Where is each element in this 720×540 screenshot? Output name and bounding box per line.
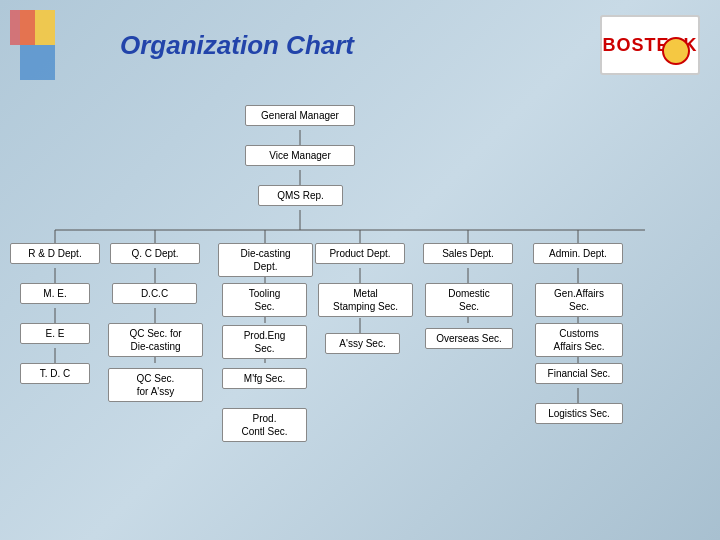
admin-dept-label: Admin. Dept.	[549, 248, 607, 259]
vice-manager-label: Vice Manager	[269, 150, 331, 161]
ee-box: E. E	[20, 323, 90, 344]
qc-sec-assy-box: QC Sec. for A'ssy	[108, 368, 203, 402]
qms-rep-box: QMS Rep.	[258, 185, 343, 206]
sales-dept-label: Sales Dept.	[442, 248, 494, 259]
general-manager-box: General Manager	[245, 105, 355, 126]
metal-stamping-sec-box: Metal Stamping Sec.	[318, 283, 413, 317]
vice-manager-box: Vice Manager	[245, 145, 355, 166]
qc-dept-box: Q. C Dept.	[110, 243, 200, 264]
prod-eng-sec-box: Prod.Eng Sec.	[222, 325, 307, 359]
sales-dept-box: Sales Dept.	[423, 243, 513, 264]
prod-contl-sec-label: Prod. Contl Sec.	[241, 413, 287, 437]
me-label: M. E.	[43, 288, 66, 299]
logistics-sec-label: Logistics Sec.	[548, 408, 610, 419]
financial-sec-label: Financial Sec.	[548, 368, 611, 379]
domestic-sec-box: Domestic Sec.	[425, 283, 513, 317]
qc-dept-label: Q. C Dept.	[131, 248, 178, 259]
rd-dept-label: R & D Dept.	[28, 248, 81, 259]
logo-circle	[662, 37, 690, 65]
org-connectors	[0, 100, 720, 540]
prod-eng-sec-label: Prod.Eng Sec.	[244, 330, 286, 354]
financial-sec-box: Financial Sec.	[535, 363, 623, 384]
overseas-sec-label: Overseas Sec.	[436, 333, 502, 344]
me-box: M. E.	[20, 283, 90, 304]
gen-affairs-sec-label: Gen.Affairs Sec.	[554, 288, 604, 312]
customs-affairs-sec-label: Customs Affairs Sec.	[554, 328, 605, 352]
diecasting-dept-box: Die-casting Dept.	[218, 243, 313, 277]
rd-dept-box: R & D Dept.	[10, 243, 100, 264]
tdc-box: T. D. C	[20, 363, 90, 384]
gen-affairs-sec-box: Gen.Affairs Sec.	[535, 283, 623, 317]
mfg-sec-label: M'fg Sec.	[244, 373, 285, 384]
qc-sec-assy-label: QC Sec. for A'ssy	[137, 373, 175, 397]
product-dept-box: Product Dept.	[315, 243, 405, 264]
company-logo: BOSTECK	[600, 15, 700, 75]
diecasting-dept-label: Die-casting Dept.	[240, 248, 290, 272]
product-dept-label: Product Dept.	[329, 248, 390, 259]
page-title: Organization Chart	[120, 30, 354, 61]
prod-contl-sec-box: Prod. Contl Sec.	[222, 408, 307, 442]
domestic-sec-label: Domestic Sec.	[448, 288, 490, 312]
tooling-sec-label: Tooling Sec.	[249, 288, 281, 312]
assy-sec-label: A'ssy Sec.	[339, 338, 385, 349]
overseas-sec-box: Overseas Sec.	[425, 328, 513, 349]
metal-stamping-sec-label: Metal Stamping Sec.	[333, 288, 398, 312]
qc-sec-diecasting-box: QC Sec. for Die-casting	[108, 323, 203, 357]
tooling-sec-box: Tooling Sec.	[222, 283, 307, 317]
customs-affairs-sec-box: Customs Affairs Sec.	[535, 323, 623, 357]
qc-sec-diecasting-label: QC Sec. for Die-casting	[129, 328, 181, 352]
tdc-label: T. D. C	[40, 368, 71, 379]
dcc-box: D.C.C	[112, 283, 197, 304]
qms-rep-label: QMS Rep.	[277, 190, 324, 201]
general-manager-label: General Manager	[261, 110, 339, 121]
ee-label: E. E	[46, 328, 65, 339]
logistics-sec-box: Logistics Sec.	[535, 403, 623, 424]
assy-sec-box: A'ssy Sec.	[325, 333, 400, 354]
decorative-squares	[10, 10, 80, 80]
dcc-label: D.C.C	[141, 288, 168, 299]
admin-dept-box: Admin. Dept.	[533, 243, 623, 264]
mfg-sec-box: M'fg Sec.	[222, 368, 307, 389]
